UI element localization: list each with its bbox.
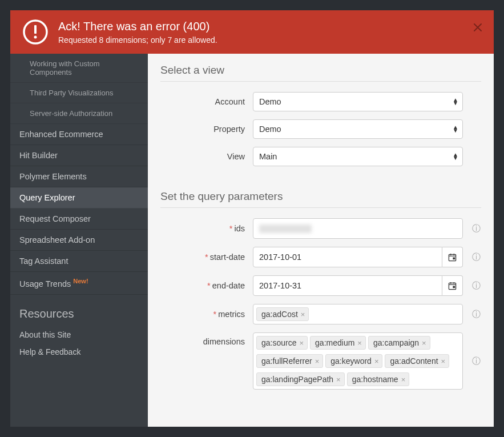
tag: ga:fullReferrer×	[256, 354, 323, 368]
sidebar-item[interactable]: Tag Assistant	[10, 251, 148, 272]
sidebar-item[interactable]: Request Composer	[10, 209, 148, 230]
tag: ga:keyword×	[325, 354, 382, 368]
remove-tag-icon[interactable]: ×	[422, 339, 426, 347]
calendar-icon	[448, 253, 457, 262]
calendar-button[interactable]	[442, 275, 463, 296]
tag: ga:adCost×	[256, 307, 309, 321]
remove-tag-icon[interactable]: ×	[357, 339, 362, 347]
sidebar-item[interactable]: Polymer Elements	[10, 166, 148, 187]
end-date-input[interactable]: 2017-10-31	[253, 275, 442, 296]
dimensions-input[interactable]: ga:source×ga:medium×ga:campaign×ga:fullR…	[253, 332, 463, 390]
error-subtitle: Requested 8 dimensions; only 7 are allow…	[58, 35, 217, 45]
tag: ga:campaign×	[368, 336, 430, 350]
close-icon[interactable]	[473, 23, 482, 34]
sidebar-item[interactable]: Query Explorer	[10, 187, 148, 209]
error-icon	[22, 18, 49, 46]
remove-tag-icon[interactable]: ×	[301, 311, 305, 318]
label-ids: *ids	[160, 224, 245, 233]
info-icon[interactable]: ⓘ	[471, 356, 481, 367]
sidebar-item[interactable]: Spreadsheet Add-on	[10, 230, 148, 251]
label-metrics: *metrics	[160, 310, 245, 319]
error-banner: Ack! There was an error (400) Requested …	[10, 10, 494, 54]
tag: ga:adContent×	[385, 354, 449, 368]
error-title: Ack! There was an error (400)	[58, 20, 217, 33]
svg-rect-12	[453, 286, 455, 288]
resources-link[interactable]: About this Site	[19, 326, 139, 343]
label-dimensions: dimensions	[160, 332, 245, 346]
ids-input[interactable]	[253, 218, 463, 239]
remove-tag-icon[interactable]: ×	[299, 339, 304, 347]
start-date-input[interactable]: 2017-10-01	[253, 247, 442, 267]
section-title-params: Set the query parameters	[160, 190, 481, 208]
label-end-date: *end-date	[160, 281, 245, 290]
info-icon[interactable]: ⓘ	[471, 252, 481, 263]
chevron-updown-icon: ▲▼	[453, 126, 458, 133]
chevron-updown-icon: ▲▼	[453, 98, 458, 105]
sidebar-item[interactable]: Usage TrendsNew!	[10, 272, 148, 295]
sidebar-item[interactable]: Server-side Authorization	[10, 103, 148, 124]
info-icon[interactable]: ⓘ	[471, 223, 481, 234]
label-start-date: *start-date	[160, 252, 245, 262]
label-property: Property	[160, 125, 245, 134]
calendar-button[interactable]	[442, 247, 463, 267]
tag: ga:landingPagePath×	[256, 372, 345, 386]
account-select[interactable]: Demo ▲▼	[253, 92, 463, 111]
remove-tag-icon[interactable]: ×	[315, 358, 320, 365]
metrics-input[interactable]: ga:adCost×	[253, 304, 463, 324]
property-select[interactable]: Demo ▲▼	[253, 119, 463, 139]
remove-tag-icon[interactable]: ×	[374, 358, 379, 365]
chevron-updown-icon: ▲▼	[453, 153, 458, 160]
main-content: Select a view Account Demo ▲▼ Property D…	[148, 54, 494, 427]
label-view: View	[160, 152, 245, 161]
sidebar-item[interactable]: Third Party Visualizations	[10, 83, 148, 103]
resources-heading: Resources	[19, 307, 139, 320]
view-select[interactable]: Main ▲▼	[253, 147, 463, 166]
sidebar: Working with Custom ComponentsThird Part…	[10, 54, 148, 427]
tag: ga:medium×	[310, 336, 366, 350]
tag: ga:hostname×	[347, 372, 410, 386]
redacted-value	[259, 224, 312, 233]
info-icon[interactable]: ⓘ	[471, 309, 481, 320]
resources-link[interactable]: Help & Feedback	[19, 343, 139, 360]
svg-rect-1	[34, 25, 37, 34]
sidebar-item[interactable]: Enhanced Ecommerce	[10, 124, 148, 145]
calendar-icon	[448, 282, 457, 290]
remove-tag-icon[interactable]: ×	[401, 376, 406, 383]
info-icon[interactable]: ⓘ	[471, 280, 481, 291]
new-badge: New!	[73, 278, 88, 284]
label-account: Account	[160, 97, 245, 106]
remove-tag-icon[interactable]: ×	[336, 376, 341, 383]
sidebar-item[interactable]: Hit Builder	[10, 145, 148, 166]
svg-rect-7	[453, 257, 455, 259]
svg-point-2	[34, 36, 37, 39]
sidebar-item[interactable]: Working with Custom Components	[10, 54, 148, 83]
remove-tag-icon[interactable]: ×	[441, 358, 446, 365]
tag: ga:source×	[256, 336, 308, 350]
section-title-view: Select a view	[160, 64, 481, 82]
